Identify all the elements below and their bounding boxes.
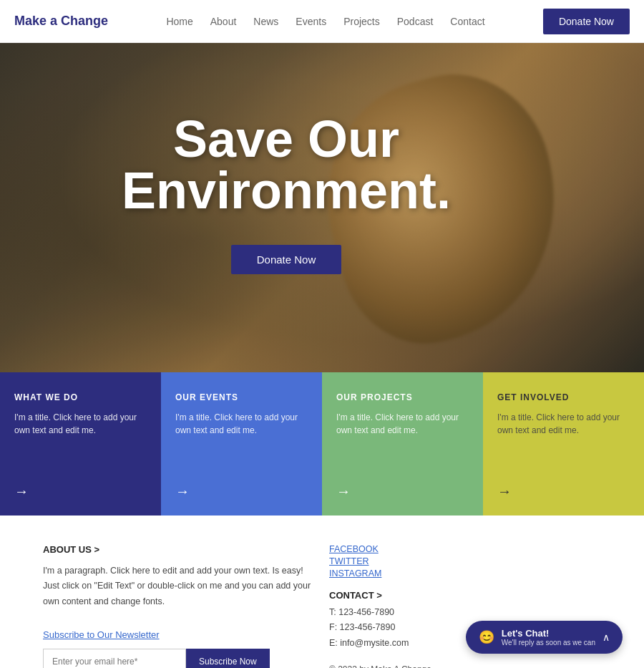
site-logo[interactable]: Make a Change [14,14,108,29]
footer-contact-title[interactable]: CONTACT > [329,590,601,601]
newsletter-form: Subscribe Now [43,649,315,668]
footer-twitter-link[interactable]: TWITTER [329,556,601,566]
card-get-involved-arrow: → [497,483,512,500]
nav-news[interactable]: News [253,16,278,27]
hero-title-line2: Environment. [122,162,451,219]
nav-podcast[interactable]: Podcast [397,16,434,27]
info-cards: WHAT WE DO I'm a title. Click here to ad… [0,372,644,515]
hero-donate-button[interactable]: Donate Now [231,245,342,274]
footer-copyright: © 2023 by Make A Change. Proudly created… [329,662,601,668]
newsletter-subscribe-button[interactable]: Subscribe Now [186,649,270,668]
card-get-involved[interactable]: GET INVOLVED I'm a title. Click here to … [483,372,644,515]
newsletter-label[interactable]: Subscribe to Our Newsletter [43,629,315,640]
hero-content: Save Our Environment. Donate Now [122,113,451,274]
footer-phone: T: 123-456-7890 [329,605,601,620]
chat-icon: 😊 [479,629,494,645]
nav-events[interactable]: Events [296,16,326,27]
card-our-projects-arrow: → [336,483,351,500]
nav-links: Home About News Events Projects Podcast … [166,15,484,28]
card-what-we-do-arrow: → [14,483,29,500]
nav-projects[interactable]: Projects [343,16,380,27]
card-our-projects[interactable]: OUR PROJECTS I'm a title. Click here to … [322,372,483,515]
card-get-involved-text: I'm a title. Click here to add your own … [497,411,630,437]
nav-contact[interactable]: Contact [450,16,484,27]
nav-home[interactable]: Home [166,16,192,27]
hero-section: Save Our Environment. Donate Now [0,43,644,372]
footer-left: ABOUT US > I'm a paragraph. Click here t… [43,544,315,668]
card-get-involved-title: GET INVOLVED [497,392,630,402]
card-our-events-text: I'm a title. Click here to add your own … [175,411,308,437]
chat-title: Let's Chat! [502,628,595,639]
card-our-projects-title: OUR PROJECTS [336,392,469,402]
hero-title: Save Our Environment. [122,113,451,216]
footer-social-links: FACEBOOK TWITTER INSTAGRAM [329,544,601,579]
chat-widget[interactable]: 😊 Let's Chat! We'll reply as soon as we … [466,621,623,654]
card-our-events[interactable]: OUR EVENTS I'm a title. Click here to ad… [161,372,322,515]
footer-copyright-line1: © 2023 by Make A Change. [329,662,601,668]
card-our-events-title: OUR EVENTS [175,392,308,402]
nav-about[interactable]: About [210,16,237,27]
card-what-we-do[interactable]: WHAT WE DO I'm a title. Click here to ad… [0,372,161,515]
footer-facebook-link[interactable]: FACEBOOK [329,544,601,554]
card-our-events-arrow: → [175,483,190,500]
footer-about-text: I'm a paragraph. Click here to edit and … [43,563,315,609]
newsletter-email-input[interactable] [43,649,186,668]
chat-text: Let's Chat! We'll reply as soon as we ca… [502,628,595,647]
card-what-we-do-text: I'm a title. Click here to add your own … [14,411,147,437]
chevron-up-icon: ∧ [602,631,610,643]
footer-about-title[interactable]: ABOUT US > [43,544,315,555]
navbar: Make a Change Home About News Events Pro… [0,0,644,43]
chat-subtitle: We'll reply as soon as we can [502,639,595,647]
footer-instagram-link[interactable]: INSTAGRAM [329,568,601,579]
hero-title-line1: Save Our [173,110,399,168]
card-our-projects-text: I'm a title. Click here to add your own … [336,411,469,437]
card-what-we-do-title: WHAT WE DO [14,392,147,402]
nav-donate-button[interactable]: Donate Now [543,9,630,34]
